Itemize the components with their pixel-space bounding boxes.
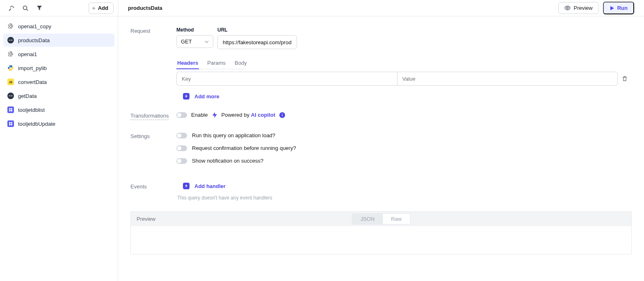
- sidebar-item-label: tooljetdbUpdate: [18, 121, 55, 127]
- setting-toggle-0[interactable]: [176, 133, 187, 138]
- sidebar-item-label: import_pylib: [18, 65, 47, 71]
- sidebar-item-label: getData: [18, 93, 37, 99]
- filter-icon[interactable]: [35, 4, 43, 12]
- svg-line-1: [27, 9, 28, 11]
- sidebar-item-label: productsData: [18, 37, 50, 43]
- sidebar-item-import_pylib[interactable]: import_pylib: [3, 61, 114, 75]
- svg-rect-14: [9, 122, 11, 124]
- plus-icon: +: [92, 5, 96, 11]
- method-value: GET: [181, 39, 192, 45]
- transformations-enable-toggle[interactable]: [176, 112, 187, 118]
- tab-body[interactable]: Body: [234, 57, 248, 69]
- sidebar-item-label: openai1: [18, 51, 37, 57]
- eye-icon: [564, 5, 571, 11]
- openai-icon: [7, 51, 14, 57]
- svg-point-0: [23, 6, 27, 9]
- svg-point-6: [9, 66, 10, 66]
- plus-square-icon: +: [183, 93, 190, 100]
- settings-section-label: Settings: [130, 132, 176, 139]
- preview-raw-tab[interactable]: Raw: [383, 214, 410, 224]
- add-more-button[interactable]: + Add more: [183, 93, 219, 100]
- no-handlers-text: This query doesn't have any event handle…: [177, 195, 632, 201]
- powered-by-label: Powered by AI copilot: [221, 112, 275, 118]
- svg-point-4: [11, 40, 12, 41]
- db-icon: [7, 107, 14, 113]
- preview-panel-label: Preview: [137, 216, 155, 222]
- rest-icon: [7, 37, 14, 43]
- rest-icon: [7, 93, 14, 99]
- sidebar-item-tooljetdblist[interactable]: tooljetdblist: [3, 103, 114, 116]
- preview-button[interactable]: Preview: [558, 2, 598, 14]
- ai-copilot-link[interactable]: AI copilot: [251, 112, 275, 118]
- svg-rect-13: [11, 110, 13, 112]
- events-section-label: Events: [130, 183, 176, 190]
- sidebar-item-label: openai1_copy: [18, 23, 51, 29]
- tab-headers[interactable]: Headers: [176, 57, 199, 69]
- chevron-down-icon: [205, 40, 209, 44]
- plus-square-icon: +: [183, 183, 190, 189]
- info-icon[interactable]: i: [279, 112, 285, 118]
- svg-point-18: [567, 7, 569, 9]
- transformations-section-label: Transformations: [130, 113, 169, 120]
- openai-icon: [7, 23, 14, 29]
- python-icon: [7, 65, 14, 71]
- setting-toggle-2[interactable]: [176, 158, 187, 164]
- setting-toggle-1[interactable]: [176, 145, 187, 151]
- play-icon: [610, 6, 614, 11]
- add-more-label: Add more: [194, 93, 219, 100]
- preview-button-label: Preview: [573, 5, 592, 11]
- add-handler-button[interactable]: + Add handler: [183, 183, 226, 189]
- method-select[interactable]: GET: [176, 35, 213, 48]
- setting-label: Run this query on application load?: [192, 132, 275, 138]
- svg-point-8: [9, 95, 10, 96]
- svg-rect-11: [11, 108, 13, 110]
- sidebar-item-label: tooljetdblist: [18, 107, 45, 113]
- collapse-icon[interactable]: [7, 4, 16, 12]
- preview-format-segment: JSON Raw: [352, 213, 411, 224]
- svg-point-2: [9, 25, 11, 27]
- add-query-button[interactable]: + Add: [89, 2, 114, 14]
- request-section-label: Request: [130, 27, 176, 34]
- add-button-label: Add: [98, 5, 108, 11]
- url-input[interactable]: [217, 35, 297, 49]
- setting-label: Request confirmation before running quer…: [192, 145, 296, 151]
- setting-label: Show notification on success?: [192, 158, 263, 164]
- svg-point-5: [9, 53, 11, 55]
- svg-rect-17: [11, 124, 13, 126]
- header-value-input[interactable]: [397, 72, 618, 86]
- preview-json-tab[interactable]: JSON: [352, 214, 383, 224]
- svg-rect-16: [9, 124, 11, 126]
- svg-point-7: [11, 70, 11, 70]
- method-label: Method: [176, 27, 213, 33]
- db-icon: [7, 120, 14, 127]
- enable-label: Enable: [191, 112, 208, 118]
- svg-rect-10: [9, 108, 11, 110]
- sidebar-item-convertData[interactable]: JSconvertData: [3, 75, 114, 88]
- run-button[interactable]: Run: [603, 2, 634, 14]
- search-icon[interactable]: [21, 4, 30, 12]
- svg-point-3: [9, 40, 10, 41]
- bolt-icon: [212, 112, 217, 118]
- tab-params[interactable]: Params: [206, 57, 226, 69]
- preview-body: [131, 226, 631, 254]
- delete-row-button[interactable]: [618, 76, 632, 82]
- preview-panel: Preview JSON Raw: [130, 211, 632, 254]
- sidebar-item-openai1[interactable]: openai1: [3, 48, 114, 61]
- svg-rect-15: [11, 122, 13, 124]
- sidebar-item-label: convertData: [18, 79, 47, 85]
- page-title: productsData: [128, 5, 162, 11]
- sidebar-item-getData[interactable]: getData: [3, 89, 114, 102]
- add-handler-label: Add handler: [194, 183, 226, 189]
- svg-rect-12: [9, 110, 11, 112]
- sidebar-item-productsData[interactable]: productsData: [3, 34, 114, 47]
- js-icon: JS: [7, 79, 14, 85]
- svg-point-9: [11, 95, 12, 96]
- run-button-label: Run: [617, 5, 628, 11]
- header-key-input[interactable]: [176, 72, 397, 86]
- sidebar-item-openai1_copy[interactable]: openai1_copy: [3, 20, 114, 33]
- sidebar-item-tooljetdbUpdate[interactable]: tooljetdbUpdate: [3, 117, 114, 130]
- url-label: URL: [217, 27, 632, 33]
